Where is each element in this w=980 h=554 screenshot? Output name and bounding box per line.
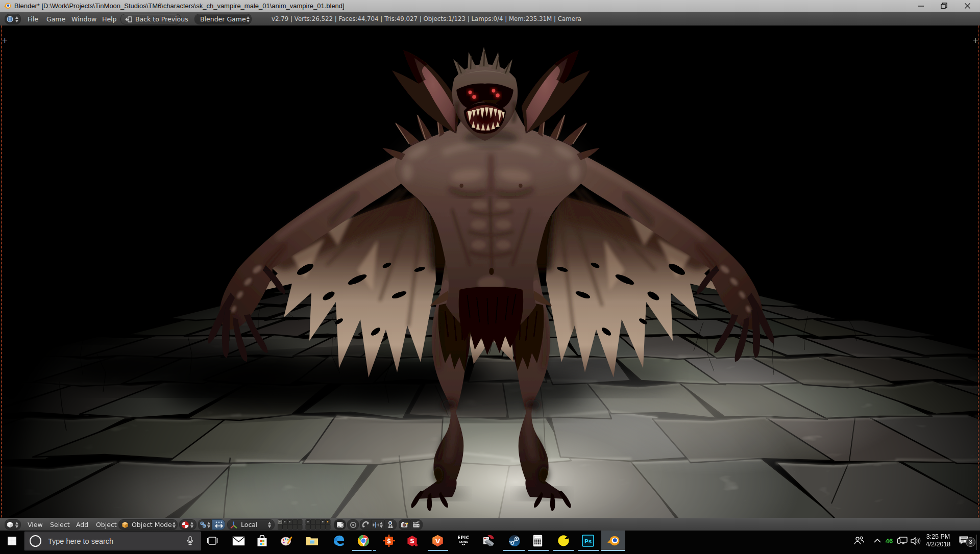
- blender-taskbar-icon: [606, 534, 621, 548]
- red-s-icon: S: [406, 535, 418, 547]
- taskbar-chrome-second-window-indicator: [373, 550, 376, 551]
- viewport-3d[interactable]: + +: [0, 26, 980, 518]
- layer-cell[interactable]: [297, 524, 302, 530]
- search-placeholder: Type here to search: [48, 537, 186, 545]
- tray-volume[interactable]: [908, 531, 923, 551]
- close-button[interactable]: [960, 0, 975, 12]
- screen: Blender* [D:\Work\Projects\TinMoon_Studi…: [0, 0, 980, 554]
- layer-cell[interactable]: [297, 519, 302, 524]
- taskbar-explorer[interactable]: [300, 531, 324, 551]
- menu-game[interactable]: Game: [46, 15, 65, 23]
- taskbar-chrome-running-indicator: [352, 550, 372, 551]
- snap-target-selector[interactable]: [384, 519, 397, 530]
- manipulator-toggle[interactable]: [212, 519, 225, 530]
- snap-toggle[interactable]: [360, 519, 371, 530]
- task-view-button[interactable]: [200, 531, 224, 551]
- opengl-render-image-button[interactable]: [399, 519, 410, 530]
- engine-select[interactable]: Blender Game: [194, 14, 252, 24]
- layer-cell[interactable]: [292, 524, 298, 530]
- edge-icon: [333, 535, 345, 547]
- photoshop-icon: Ps: [582, 535, 594, 547]
- tray-clock[interactable]: 3:25 PM 4/2/2018: [923, 531, 953, 551]
- orientation-select[interactable]: Local: [227, 519, 275, 530]
- translate-manipulator-icon: [214, 521, 224, 529]
- tray-people[interactable]: [850, 531, 868, 551]
- taskbar-photoshop-running-indicator: [578, 550, 599, 551]
- menu-file[interactable]: File: [28, 15, 38, 23]
- snap-increment-icon: [372, 521, 379, 528]
- lock-to-scene-toggle[interactable]: [334, 519, 346, 530]
- taskbar-paint3d[interactable]: [275, 531, 299, 551]
- taskbar-search[interactable]: Type here to search: [24, 532, 201, 550]
- lock-scene-icon: [336, 521, 344, 528]
- minimize-button[interactable]: [913, 0, 928, 12]
- menu-add[interactable]: Add: [76, 521, 88, 528]
- taskbar-epic[interactable]: EPICGAMES: [451, 531, 475, 551]
- network-icon: [897, 536, 908, 545]
- restore-button[interactable]: [936, 0, 951, 12]
- cortana-icon: [30, 535, 41, 547]
- editor-type-selector[interactable]: [5, 14, 21, 24]
- toolshelf-expand-icon[interactable]: +: [2, 38, 8, 43]
- layer-cell[interactable]: [325, 524, 330, 530]
- v-shield-icon: V: [432, 535, 444, 547]
- editor-type-selector-3d[interactable]: [5, 519, 21, 530]
- taskbar-mail[interactable]: [227, 531, 251, 551]
- menu-help[interactable]: Help: [102, 15, 117, 23]
- menu-view[interactable]: View: [28, 521, 43, 528]
- taskbar-edge[interactable]: [327, 531, 351, 551]
- start-button[interactable]: [0, 531, 23, 551]
- mode-select[interactable]: Object Mode: [118, 519, 178, 530]
- window-title: Blender* [D:\Work\Projects\TinMoon_Studi…: [14, 2, 345, 10]
- menu-select[interactable]: Select: [50, 521, 70, 528]
- taskbar-graydoc[interactable]: [477, 531, 501, 551]
- proportional-edit-toggle[interactable]: [347, 519, 359, 530]
- taskbar-blender[interactable]: [601, 531, 625, 551]
- engine-select-value: Blender Game: [200, 15, 246, 23]
- back-to-previous-button[interactable]: Back to Previous: [120, 14, 181, 24]
- taskbar-steam[interactable]: [502, 531, 526, 551]
- chrome-icon: [357, 535, 370, 547]
- action-center-button[interactable]: 3: [953, 531, 975, 551]
- layer-buttons[interactable]: [278, 519, 330, 529]
- layer-cell[interactable]: [311, 519, 316, 524]
- viewport-shading-selector[interactable]: [179, 519, 197, 530]
- layer-cell[interactable]: [278, 524, 283, 530]
- layer-cell[interactable]: [311, 524, 316, 530]
- speaker-icon: [911, 537, 921, 545]
- layers-widget[interactable]: [278, 519, 331, 530]
- opengl-render-anim-button[interactable]: [410, 519, 423, 530]
- taskbar-photoshop[interactable]: Ps: [576, 531, 600, 551]
- show-desktop-divider[interactable]: [976, 535, 977, 550]
- properties-expand-icon[interactable]: +: [972, 38, 979, 43]
- people-icon: [853, 536, 865, 545]
- layer-cell[interactable]: [315, 519, 321, 524]
- taskbar-chrome[interactable]: [351, 531, 375, 551]
- object-mode-icon: [121, 521, 129, 528]
- layer-cell[interactable]: [306, 524, 311, 530]
- layer-cell[interactable]: [321, 524, 326, 530]
- paint3d-icon: [280, 535, 293, 547]
- taskbar-yellowapp[interactable]: [551, 531, 575, 551]
- taskbar-sdb[interactable]: $: [377, 531, 401, 551]
- orientation-select-value: Local: [241, 521, 267, 528]
- snap-element-selector[interactable]: [371, 519, 384, 530]
- layer-cell[interactable]: [287, 524, 292, 530]
- dollar-target-icon: $: [383, 535, 395, 547]
- layer-cell[interactable]: [292, 519, 298, 524]
- file-explorer-icon: [306, 536, 318, 546]
- microphone-icon[interactable]: [186, 536, 194, 546]
- updown-arrows-icon: [15, 522, 19, 528]
- menu-window[interactable]: Window: [71, 15, 96, 23]
- taskbar-sred[interactable]: S: [400, 531, 424, 551]
- menu-object[interactable]: Object: [96, 521, 117, 528]
- layer-cell[interactable]: [315, 524, 321, 530]
- windows-logo-icon: [8, 537, 16, 545]
- layer-cell[interactable]: [283, 524, 288, 530]
- snap-magnet-icon: [362, 521, 370, 528]
- epic-games-icon: EPICGAMES: [458, 534, 469, 547]
- pivot-point-selector[interactable]: [198, 519, 212, 530]
- taskbar-vshield[interactable]: V: [426, 531, 450, 551]
- taskbar-store[interactable]: [250, 531, 274, 551]
- taskbar-calculator[interactable]: [526, 531, 550, 551]
